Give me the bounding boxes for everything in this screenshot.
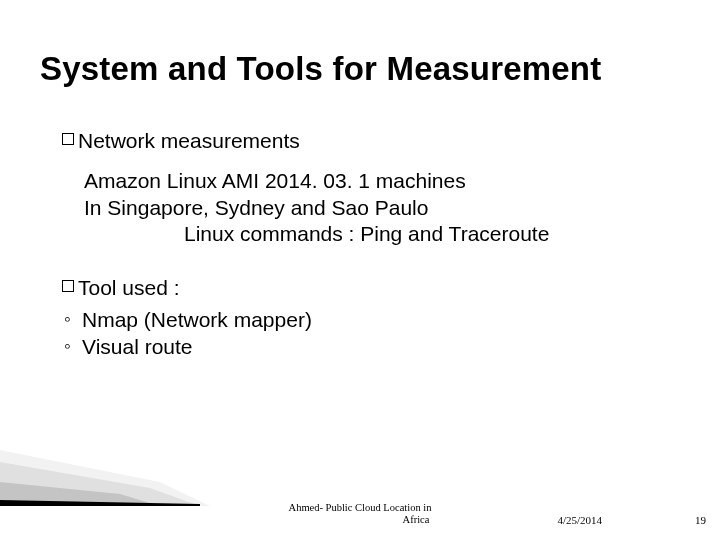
page-number: 19 bbox=[695, 514, 706, 526]
bullet-prefix: Network bbox=[78, 129, 155, 152]
footer-center-line2: Africa bbox=[112, 514, 720, 526]
footer-center-line1: Ahmed- Public Cloud Location in bbox=[289, 502, 432, 513]
svg-marker-1 bbox=[0, 462, 200, 506]
detail-line: Linux commands : Ping and Traceroute bbox=[184, 221, 680, 247]
bullet-rest: used : bbox=[117, 276, 180, 299]
square-bullet-icon bbox=[62, 280, 74, 292]
tool-subitems: ◦ Nmap (Network mapper) ◦ Visual route bbox=[64, 307, 680, 360]
bullet-network: Network measurements bbox=[62, 128, 680, 154]
sub-item-text: Nmap (Network mapper) bbox=[82, 307, 312, 333]
bullet-text: Network measurements bbox=[78, 128, 300, 154]
slide-title: System and Tools for Measurement bbox=[40, 50, 690, 88]
slide: System and Tools for Measurement Network… bbox=[0, 0, 720, 540]
sub-bullet-icon: ◦ bbox=[64, 334, 82, 358]
detail-line: Amazon Linux AMI 2014. 03. 1 machines bbox=[84, 168, 680, 194]
footer-date: 4/25/2014 bbox=[557, 514, 602, 526]
bullet-tool: Tool used : bbox=[62, 275, 680, 301]
bullet-rest: measurements bbox=[155, 129, 300, 152]
bullet-prefix: Tool bbox=[78, 276, 117, 299]
square-bullet-icon bbox=[62, 133, 74, 145]
bullet-text: Tool used : bbox=[78, 275, 180, 301]
corner-decoration-icon bbox=[0, 442, 210, 506]
footer-center: Ahmed- Public Cloud Location in Africa bbox=[0, 502, 720, 526]
sub-item-text: Visual route bbox=[82, 334, 193, 360]
network-details: Amazon Linux AMI 2014. 03. 1 machines In… bbox=[84, 168, 680, 247]
list-item: ◦ Visual route bbox=[64, 334, 680, 360]
detail-line: In Singapore, Sydney and Sao Paulo bbox=[84, 195, 680, 221]
slide-body: Network measurements Amazon Linux AMI 20… bbox=[62, 128, 680, 360]
list-item: ◦ Nmap (Network mapper) bbox=[64, 307, 680, 333]
sub-bullet-icon: ◦ bbox=[64, 307, 82, 331]
svg-marker-0 bbox=[0, 450, 210, 506]
